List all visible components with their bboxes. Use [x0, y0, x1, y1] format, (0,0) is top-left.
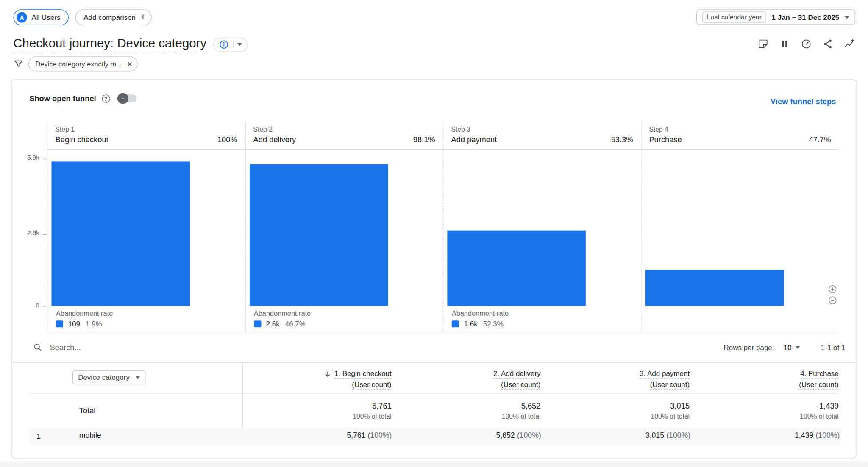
- search-input[interactable]: [50, 343, 283, 352]
- funnel-exploration-card: Show open funnel ? − View funnel steps 5…: [11, 79, 857, 459]
- cell-value: 5,652: [496, 431, 515, 440]
- insights-icon[interactable]: [843, 38, 855, 50]
- gauge-icon[interactable]: [800, 38, 812, 50]
- title-info-control[interactable]: [213, 38, 248, 52]
- step-completion-rate: 98.1%: [413, 135, 435, 144]
- add-comparison-button[interactable]: Add comparison +: [75, 9, 152, 25]
- note-icon[interactable]: [757, 38, 769, 50]
- abandonment-value: 109: [68, 320, 80, 328]
- pagination-controls: Rows per page: 10 1-1 of 1: [724, 343, 857, 351]
- abandonment-rate: 1.9%: [86, 320, 102, 328]
- funnel-bar-step-4[interactable]: [645, 270, 784, 306]
- step-name: Begin checkout: [56, 135, 108, 144]
- abandonment-label: Abandonment rate: [452, 310, 641, 318]
- close-icon[interactable]: ✕: [127, 60, 133, 68]
- page-bottom-strip: [0, 462, 868, 467]
- step-name: Add payment: [451, 135, 497, 144]
- share-icon[interactable]: [821, 38, 834, 50]
- total-cell: 1,439 100% of total: [690, 401, 839, 420]
- cell-value: 3,015: [645, 431, 664, 440]
- total-share: 100% of total: [392, 412, 541, 420]
- step-header: Step 2 Add delivery 98.1%: [245, 122, 443, 149]
- cell-share: (100%): [816, 431, 840, 440]
- funnel-viz-icon[interactable]: [778, 38, 790, 50]
- step-number: Step 2: [253, 125, 435, 133]
- step-number: Step 1: [56, 125, 237, 133]
- row-cell: 5,652(100%): [392, 431, 541, 440]
- zoom-out-icon[interactable]: [828, 295, 838, 305]
- chevron-down-icon: [136, 376, 140, 379]
- abandonment-value: 2.6k: [266, 320, 280, 328]
- abandonment-label: Abandonment rate: [254, 310, 443, 318]
- cell-share: (100%): [666, 431, 690, 440]
- toggle-knob-minus-icon: −: [117, 93, 128, 104]
- y-tick-label: 2.9k: [11, 229, 39, 236]
- segment-avatar: A: [17, 12, 27, 23]
- help-icon[interactable]: ?: [102, 94, 110, 103]
- date-range-selector[interactable]: Last calendar year 1 Jan – 31 Dec 2025: [696, 9, 855, 25]
- funnel-step-column-4: Step 4 Purchase 47.7%: [641, 122, 839, 332]
- zoom-controls: [828, 284, 838, 305]
- abandonment-block: Abandonment rate 1.6k 52.3%: [443, 306, 641, 332]
- abandonment-label: Abandonment rate: [56, 310, 245, 318]
- total-cell: 5,761 100% of total: [242, 401, 392, 420]
- ga-funnel-exploration-page: A All Users Add comparison + Last calend…: [0, 0, 868, 467]
- rows-per-page-select[interactable]: 10: [784, 343, 800, 351]
- chevron-down-icon: [845, 16, 849, 19]
- segment-chip-all-users[interactable]: A All Users: [13, 9, 69, 25]
- funnel-bar-step-3[interactable]: [447, 231, 586, 306]
- abandonment-rate: 52.3%: [483, 320, 504, 328]
- step-number: Step 4: [649, 125, 831, 133]
- column-header-begin-checkout[interactable]: 1. Begin checkout (User count): [242, 369, 392, 390]
- total-value: 5,761: [242, 401, 392, 410]
- abandonment-block: Abandonment rate 109 1.9%: [47, 306, 245, 332]
- chevron-down-icon[interactable]: [237, 43, 242, 46]
- column-header-add-payment[interactable]: 3. Add payment (User count): [540, 369, 690, 390]
- total-cell: 3,015 100% of total: [540, 401, 690, 420]
- table-header: Device category 1. Begin checkout (User …: [29, 363, 839, 394]
- cell-value: 1,439: [795, 431, 813, 440]
- column-header-purchase[interactable]: 4. Purchase (User count): [690, 369, 839, 390]
- filter-row: Device category exactly m... ✕: [13, 56, 138, 71]
- total-share: 100% of total: [242, 412, 392, 420]
- total-value: 5,652: [392, 401, 541, 410]
- y-tick-label: 5.9k: [11, 154, 39, 161]
- funnel-chart: 5.9k 2.9k 0 Step 1 Begin checkout 100%: [11, 122, 838, 332]
- y-tick-label: 0: [11, 302, 39, 309]
- view-funnel-steps-link[interactable]: View funnel steps: [771, 97, 836, 106]
- dimension-selector-label: Device category: [78, 373, 130, 382]
- row-cell: 5,761(100%): [242, 431, 392, 440]
- step-number: Step 3: [451, 125, 633, 133]
- show-open-funnel-label: Show open funnel: [29, 94, 96, 103]
- funnel-bar-step-1[interactable]: [51, 162, 190, 306]
- rows-per-page-value: 10: [784, 343, 792, 351]
- funnel-step-column-2: Step 2 Add delivery 98.1% Abandonment ra…: [245, 122, 443, 332]
- filter-chip-label: Device category exactly m...: [36, 60, 122, 68]
- step-plot-area: [245, 150, 443, 306]
- total-share: 100% of total: [540, 412, 690, 420]
- abandonment-value: 1.6k: [464, 320, 478, 328]
- column-header-add-delivery[interactable]: 2. Add delivery (User count): [392, 369, 541, 390]
- filter-chip[interactable]: Device category exactly m... ✕: [28, 56, 138, 71]
- abandonment-rate: 46.7%: [285, 320, 306, 328]
- step-completion-rate: 100%: [217, 135, 237, 144]
- info-icon[interactable]: [219, 39, 229, 50]
- open-funnel-toggle[interactable]: −: [119, 94, 136, 102]
- chevron-down-icon: [796, 346, 800, 349]
- step-completion-rate: 53.3%: [611, 135, 633, 144]
- zoom-in-icon[interactable]: [828, 284, 838, 294]
- legend-swatch: [254, 320, 261, 327]
- funnel-bar-step-2[interactable]: [249, 164, 388, 306]
- table-total-row: Total 5,761 100% of total 5,652 100% of …: [29, 394, 839, 428]
- abandonment-block: [641, 306, 839, 332]
- row-cell: 1,439(100%): [690, 431, 840, 440]
- legend-swatch: [452, 320, 459, 327]
- row-cell: 3,015(100%): [541, 431, 690, 440]
- page-title[interactable]: Checkout journey: Device category: [13, 36, 206, 53]
- y-tick-mark: [43, 159, 47, 159]
- search-icon: [33, 342, 43, 352]
- table-row[interactable]: 1 mobile 5,761(100%) 5,652(100%) 3,015(1…: [29, 428, 840, 445]
- open-funnel-controls: Show open funnel ? −: [29, 94, 136, 103]
- dimension-selector[interactable]: Device category: [72, 370, 146, 384]
- row-index: 1: [36, 432, 40, 440]
